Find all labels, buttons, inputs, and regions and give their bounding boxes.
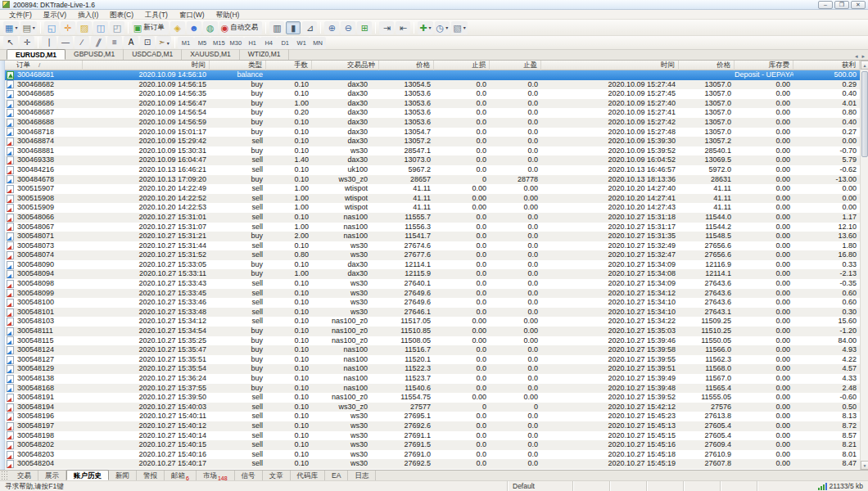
history-row[interactable]: 3005480742020.10.27 15:31:52sell0.80ws30…: [5, 250, 860, 260]
scroll-down-icon[interactable]: ▼: [861, 461, 868, 470]
navigator-button[interactable]: ▨: [77, 21, 92, 34]
history-row[interactable]: 3005480992020.10.27 15:33:45sell0.10ws30…: [5, 289, 860, 299]
history-row[interactable]: 3005480732020.10.27 15:31:44sell0.10ws30…: [5, 241, 860, 251]
history-column-header-8[interactable]: 时间: [541, 61, 679, 70]
history-row[interactable]: 3005480662020.10.27 15:31:01sell0.10nas1…: [5, 213, 860, 223]
equidistant-channel-button[interactable]: ∥: [91, 36, 106, 49]
profiles-button[interactable]: ▤▾: [20, 21, 36, 34]
metaeditor-button[interactable]: ◈: [170, 21, 185, 34]
timeframe-d1-button[interactable]: D1: [277, 37, 293, 49]
chevron-down-icon[interactable]: ▾: [33, 25, 35, 30]
terminal-button[interactable]: ◫: [93, 21, 108, 34]
history-row[interactable]: 3005480672020.10.27 15:31:07sell1.00nas1…: [5, 223, 860, 232]
history-row[interactable]: 3005481012020.10.27 15:33:48sell0.10ws30…: [5, 308, 860, 318]
history-row[interactable]: 3005481382020.10.27 15:36:24buy0.10nas10…: [5, 374, 860, 384]
history-row[interactable]: 3005480712020.10.27 15:31:21buy2.00nas10…: [5, 232, 860, 241]
terminal-tab-2[interactable]: 账户历史: [66, 470, 109, 480]
templates-button[interactable]: ▧▾: [451, 21, 467, 34]
history-row[interactable]: 3005481112020.10.27 15:34:54buy0.10nas10…: [5, 327, 860, 336]
menu-charts[interactable]: 图表(C): [104, 10, 139, 20]
chart-tab-usdcad[interactable]: USDCAD,M1: [124, 49, 182, 60]
new-order-button[interactable]: ▣新订单: [132, 21, 169, 34]
text-label-button[interactable]: ⊡: [140, 36, 155, 49]
timeframe-m15-button[interactable]: M15: [210, 37, 228, 49]
timeframe-h4-button[interactable]: H4: [260, 37, 277, 49]
vertical-line-button[interactable]: |: [42, 36, 57, 49]
history-row[interactable]: 3005481982020.10.27 15:40:14sell0.10ws30…: [5, 431, 860, 441]
trendline-button[interactable]: ∕: [75, 36, 89, 49]
history-row[interactable]: 3005481292020.10.27 15:35:54buy0.10nas10…: [5, 364, 860, 374]
history-row[interactable]: 3005159072020.10.20 14:22:49sell1.00wtis…: [5, 184, 860, 194]
chart-shift-button[interactable]: ⇤: [396, 21, 410, 34]
history-row[interactable]: 3005480982020.10.27 15:33:43sell0.10ws30…: [5, 279, 860, 289]
history-row[interactable]: 3004686822020.10.09 14:56:15buy0.10dax30…: [5, 80, 860, 90]
history-row[interactable]: 3004688742020.10.09 15:29:42sell0.10dax3…: [5, 137, 860, 146]
chart-tab-eurusd[interactable]: EURUSD,M1: [7, 49, 66, 60]
history-row[interactable]: 3005159082020.10.20 14:22:52sell1.00wtis…: [5, 194, 860, 204]
history-column-header-1[interactable]: 时间: [83, 61, 210, 70]
text-button[interactable]: A: [124, 36, 138, 49]
history-row[interactable]: 3005480942020.10.27 15:33:11buy1.00dax30…: [5, 269, 860, 279]
tab-scroll-right-icon[interactable]: ▸: [860, 53, 866, 60]
menu-help[interactable]: 帮助(H): [210, 10, 246, 20]
chevron-down-icon[interactable]: ▾: [429, 25, 432, 30]
autotrading-button[interactable]: ◉自动交易: [219, 21, 263, 34]
terminal-tab-8[interactable]: 文章: [263, 471, 291, 480]
close-button[interactable]: ✕: [851, 1, 866, 9]
history-column-header-7[interactable]: 止盈: [490, 61, 541, 70]
menu-view[interactable]: 显示(V): [38, 10, 72, 20]
terminal-tab-3[interactable]: 新闻: [109, 471, 137, 480]
history-row[interactable]: 3005481152020.10.27 15:35:25buy0.10nas10…: [5, 336, 860, 346]
history-row[interactable]: 3004687182020.10.09 15:01:17buy0.10dax30…: [5, 128, 860, 137]
history-row[interactable]: 3005481002020.10.27 15:33:46sell0.10ws30…: [5, 298, 860, 308]
timeframe-w1-button[interactable]: W1: [293, 37, 310, 49]
scroll-up-icon[interactable]: ▲: [861, 61, 868, 70]
data-window-button[interactable]: ✛: [61, 21, 75, 34]
history-row[interactable]: 3005482022020.10.27 15:40:15sell0.10ws30…: [5, 440, 860, 450]
history-row[interactable]: 3005481682020.10.27 15:37:55buy0.10nas10…: [5, 384, 860, 394]
terminal-tab-11[interactable]: 日志: [348, 471, 376, 480]
history-row[interactable]: 3004686872020.10.09 14:56:54buy0.20dax30…: [5, 108, 860, 118]
line-chart-mode-button[interactable]: ⊿: [302, 21, 317, 34]
history-column-header-0[interactable]: 订单/: [5, 61, 83, 70]
history-row[interactable]: 3005482032020.10.27 15:40:16sell0.10ws30…: [5, 450, 860, 460]
vertical-scrollbar[interactable]: ▲ ▼: [860, 61, 868, 470]
terminal-tab-5[interactable]: 邮箱6: [165, 471, 197, 480]
horizontal-line-button[interactable]: —: [58, 36, 73, 49]
chevron-down-icon[interactable]: ▾: [15, 25, 17, 30]
history-column-header-10[interactable]: 库存费: [735, 61, 793, 70]
history-row[interactable]: 3004686812020.10.09 14:56:10balanceDepos…: [5, 70, 860, 80]
menu-file[interactable]: 文件(F): [3, 10, 38, 20]
history-column-header-9[interactable]: 价格: [679, 61, 735, 70]
maximize-button[interactable]: ❐: [834, 1, 849, 9]
market-watch-button[interactable]: ◱: [44, 21, 59, 34]
status-profile[interactable]: Default: [508, 481, 573, 491]
history-row[interactable]: 3004846782020.10.13 17:09:20buy0.10ws30_…: [5, 175, 860, 185]
terminal-tab-1[interactable]: 展示: [38, 471, 66, 480]
history-row[interactable]: 3005481962020.10.27 15:40:11sell0.10ws30…: [5, 412, 860, 421]
timeframe-m30-button[interactable]: M30: [228, 37, 245, 49]
terminal-tab-9[interactable]: 代码库: [291, 471, 326, 480]
fibonacci-button[interactable]: ≡: [107, 36, 122, 49]
periods-button[interactable]: ◷▾: [435, 21, 450, 34]
history-row[interactable]: 3004686862020.10.09 14:56:47buy1.00dax30…: [5, 99, 860, 109]
history-row[interactable]: 3005480902020.10.27 15:33:05buy0.10dax30…: [5, 260, 860, 270]
history-row[interactable]: 3004686882020.10.09 14:56:59buy0.10dax30…: [5, 118, 860, 128]
history-column-header-2[interactable]: 类型: [210, 61, 266, 70]
tile-windows-button[interactable]: ⊞: [357, 21, 372, 34]
bar-chart-mode-button[interactable]: ▥: [269, 21, 284, 34]
indicators-button[interactable]: ✚▾: [418, 21, 432, 34]
history-row[interactable]: 3005482042020.10.27 15:40:17sell0.10ws30…: [5, 459, 860, 469]
tab-scroll-left-icon[interactable]: ◂: [853, 53, 860, 60]
history-row[interactable]: 3004693382020.10.09 16:04:47sell1.40dax3…: [5, 155, 860, 165]
chart-tab-wtiz0[interactable]: WTIZ0,M1: [240, 49, 290, 60]
mql5-website-button[interactable]: ◍: [203, 21, 218, 34]
history-column-header-5[interactable]: 价格: [379, 61, 434, 70]
terminal-tab-10[interactable]: EA: [325, 471, 348, 480]
cursor-button[interactable]: ↖: [3, 36, 18, 49]
menu-insert[interactable]: 插入(I): [72, 10, 104, 20]
history-row[interactable]: 3004688812020.10.09 15:30:31buy0.10ws302…: [5, 146, 860, 156]
chart-tab-xauusd[interactable]: XAUUSD,M1: [182, 49, 240, 60]
history-column-header-3[interactable]: 手数: [266, 61, 312, 70]
timeframe-m1-button[interactable]: M1: [178, 37, 194, 49]
